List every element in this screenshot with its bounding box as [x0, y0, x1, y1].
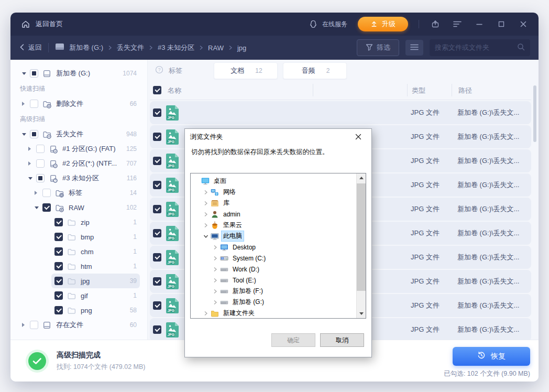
tree-expand-arrow-icon[interactable] — [203, 201, 211, 206]
sidebar-item[interactable]: 丢失文件948 — [19, 127, 140, 141]
dialog-tree-item[interactable]: Work (D:) — [191, 264, 356, 275]
tree-expand-arrow-icon[interactable] — [28, 161, 36, 166]
minimize-button[interactable] — [474, 18, 485, 30]
help-icon[interactable]: ? — [155, 66, 163, 76]
checkbox-checked[interactable] — [54, 277, 63, 285]
sidebar-item[interactable]: jpg39 — [51, 274, 140, 288]
dialog-tree-item[interactable]: admin — [191, 209, 356, 220]
checkbox-checked[interactable] — [54, 262, 63, 270]
online-service-button[interactable]: 在线服务 — [308, 18, 347, 30]
row-checkbox[interactable] — [153, 301, 161, 310]
tree-expand-arrow-icon[interactable] — [35, 191, 42, 195]
tree-expand-arrow-icon[interactable] — [203, 223, 211, 228]
checkbox-checked[interactable] — [54, 291, 63, 300]
tree-expand-arrow-icon[interactable] — [213, 289, 220, 294]
close-button[interactable] — [518, 18, 529, 30]
list-scrollbar-thumb[interactable] — [533, 85, 536, 142]
tree-expand-arrow-icon[interactable] — [203, 212, 211, 217]
dialog-tree-item[interactable]: 网络 — [191, 187, 356, 198]
sidebar-item[interactable]: 标签14 — [31, 186, 140, 200]
tab-audio[interactable]: 音频 2 — [283, 62, 347, 79]
tree-collapse-arrow-icon[interactable] — [35, 206, 42, 209]
column-header-path[interactable]: 路径 — [458, 86, 472, 95]
upgrade-button[interactable]: 升级 — [358, 17, 408, 31]
tree-expand-arrow-icon[interactable] — [213, 267, 220, 272]
dialog-tree-item[interactable]: 新建文件夹 — [191, 308, 356, 318]
checkbox-checked[interactable] — [42, 203, 51, 212]
dialog-close-button[interactable] — [350, 130, 366, 144]
dialog-tree-item[interactable]: System (C:) — [191, 253, 356, 264]
search-input[interactable]: 搜索文件或文件夹 — [430, 39, 530, 56]
row-checkbox[interactable] — [153, 133, 161, 141]
dialog-scrollbar-thumb[interactable] — [357, 183, 366, 291]
tab-documents[interactable]: 文档 12 — [214, 62, 278, 79]
tree-expand-arrow-icon[interactable] — [213, 245, 220, 250]
list-view-button[interactable] — [405, 40, 423, 56]
checkbox-unchecked[interactable] — [42, 189, 51, 197]
tree-collapse-arrow-icon[interactable] — [203, 234, 211, 239]
sidebar-item[interactable]: #2 分区(*:) (NTF...707 — [25, 156, 140, 171]
sidebar-item[interactable]: ?#3 未知分区116 — [25, 171, 140, 186]
checkbox-checked[interactable] — [54, 247, 63, 256]
breadcrumb-item[interactable]: 新加卷 (G:) — [69, 43, 103, 52]
row-checkbox[interactable] — [153, 325, 161, 334]
sidebar-item[interactable]: chm1 — [51, 244, 140, 259]
tree-expand-arrow-icon[interactable] — [203, 311, 211, 316]
checkbox-indeterminate[interactable] — [30, 69, 38, 78]
menu-icon[interactable] — [452, 18, 463, 30]
select-all-checkbox[interactable] — [153, 86, 161, 94]
tree-collapse-arrow-icon[interactable] — [22, 72, 30, 75]
tree-expand-arrow-icon[interactable] — [22, 102, 30, 106]
tree-collapse-arrow-icon[interactable] — [22, 133, 30, 136]
checkbox-unchecked[interactable] — [30, 100, 38, 108]
dialog-tree-item[interactable]: 新加卷 (G:) — [191, 297, 356, 308]
sidebar-item[interactable]: RAW102 — [31, 200, 140, 215]
sidebar-item[interactable]: gif1 — [51, 288, 140, 303]
breadcrumb-item[interactable]: 丢失文件 — [117, 43, 144, 52]
dialog-tree-item[interactable]: 此电脑 — [191, 231, 356, 242]
checkbox-indeterminate[interactable] — [30, 130, 38, 138]
sidebar-item[interactable]: #1 分区(G:) (FAT)125 — [25, 141, 140, 156]
checkbox-checked[interactable] — [54, 306, 63, 314]
column-header-name[interactable]: 名称 — [168, 86, 181, 95]
tree-expand-arrow-icon[interactable] — [213, 278, 220, 283]
tree-expand-arrow-icon[interactable] — [28, 147, 36, 151]
sidebar-item[interactable]: 存在文件60 — [19, 318, 140, 332]
checkbox-unchecked[interactable] — [36, 159, 45, 168]
row-checkbox[interactable] — [153, 277, 161, 286]
breadcrumb-item[interactable]: jpg — [237, 44, 246, 52]
ok-button[interactable]: 确定 — [271, 333, 315, 347]
checkbox-checked[interactable] — [54, 233, 63, 241]
checkbox-unchecked[interactable] — [30, 321, 38, 329]
back-button[interactable]: 返回 — [19, 43, 42, 52]
sidebar-item[interactable]: 新加卷 (G:)1074 — [19, 66, 140, 81]
scroll-down-arrow-icon[interactable] — [357, 309, 366, 318]
sidebar-item[interactable]: png58 — [51, 303, 140, 318]
scroll-up-arrow-icon[interactable] — [357, 173, 366, 182]
sidebar-item[interactable]: htm1 — [51, 259, 140, 274]
tree-collapse-arrow-icon[interactable] — [28, 177, 36, 180]
back-home-button[interactable]: 返回首页 — [20, 18, 63, 30]
recover-button[interactable]: 恢复 — [453, 347, 530, 366]
sidebar-item[interactable]: 删除文件66 — [19, 96, 140, 111]
dialog-scrollbar[interactable] — [356, 173, 366, 318]
checkbox-checked[interactable] — [54, 218, 63, 226]
row-checkbox[interactable] — [153, 229, 161, 237]
sidebar-item[interactable]: bmp1 — [51, 230, 140, 244]
checkbox-unchecked[interactable] — [36, 145, 45, 153]
dialog-tree-item[interactable]: 坚果云 — [191, 220, 356, 231]
row-checkbox[interactable] — [153, 205, 161, 213]
dialog-tree-item[interactable]: Desktop — [191, 242, 356, 253]
tree-expand-arrow-icon[interactable] — [22, 323, 30, 327]
row-checkbox[interactable] — [153, 157, 161, 165]
dialog-tree-item[interactable]: 桌面 — [191, 176, 356, 187]
tree-expand-arrow-icon[interactable] — [213, 256, 220, 261]
export-icon[interactable] — [430, 18, 441, 30]
maximize-button[interactable] — [496, 18, 507, 30]
checkbox-indeterminate[interactable] — [36, 174, 45, 182]
table-row[interactable]: JPGJPG 文件新加卷 (G:)\丢失文... — [150, 101, 531, 124]
dialog-tree-item[interactable]: Tool (E:) — [191, 275, 356, 286]
row-checkbox[interactable] — [153, 108, 161, 117]
column-header-type[interactable]: 类型 — [412, 86, 425, 95]
tree-expand-arrow-icon[interactable] — [213, 300, 220, 305]
